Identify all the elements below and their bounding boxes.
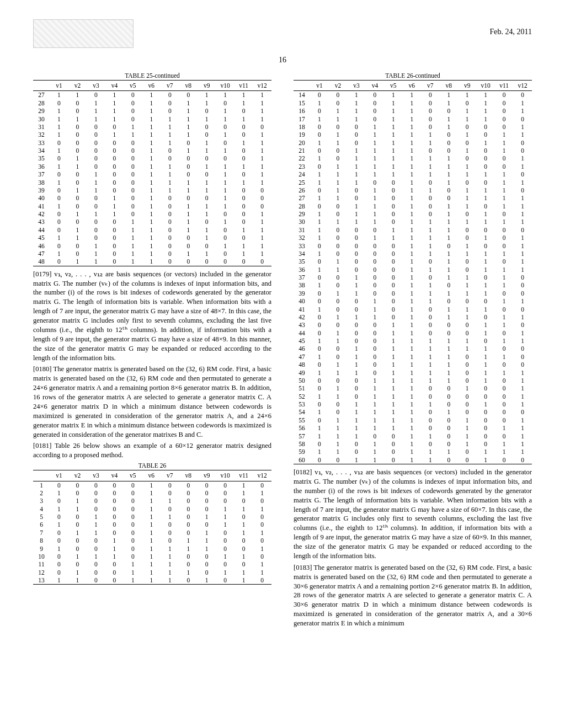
table-row: 29101101010101 — [294, 210, 532, 218]
col-header: v9 — [198, 470, 216, 481]
table26-caption-continued: TABLE 26-continued — [294, 72, 532, 79]
col-header: v4 — [105, 81, 124, 91]
col-header: v3 — [347, 81, 365, 91]
col-header — [33, 470, 50, 481]
table-row: 1000001000010 — [33, 481, 271, 489]
table-row: 36110001101111 — [33, 163, 271, 170]
table-row: 37001001011010 — [294, 274, 532, 281]
table-row: 3010001100000 — [33, 497, 271, 505]
para-0183: [0183] The generator matrix is generated… — [294, 563, 532, 628]
table-row: 42011101011001 — [33, 210, 271, 218]
table-row: 49111011110111 — [294, 369, 532, 377]
table-row: 45110011111011 — [294, 337, 532, 345]
col-header: v2 — [68, 81, 87, 91]
col-header: v8 — [179, 470, 198, 481]
col-header: v10 — [216, 81, 234, 91]
table-row: 55011111001001 — [294, 416, 532, 424]
table-row: 34100001011101 — [33, 147, 271, 154]
col-header: v6 — [142, 470, 161, 481]
table-row: 5001001101100 — [33, 513, 271, 521]
col-header: v5 — [384, 81, 402, 91]
col-header: v11 — [495, 81, 513, 91]
table-row: 38101001101110 — [294, 281, 532, 289]
table-row: 22101111110001 — [294, 154, 532, 162]
right-column: TABLE 26-continued v1v2v3v4v5v6v7v8v9v10… — [294, 70, 532, 630]
table-row: 47101011011011 — [33, 250, 271, 258]
col-header: v4 — [105, 470, 124, 481]
table-row: 29101101010101 — [33, 107, 271, 115]
table-row: 34100001111111 — [294, 250, 532, 258]
table-row: 43000011010101 — [33, 218, 271, 226]
col-header: v1 — [50, 81, 68, 91]
table-row: 46001011000111 — [33, 242, 271, 250]
para-number: [0183] — [294, 564, 312, 571]
table-row: 54101111010000 — [294, 408, 532, 416]
col-header: v5 — [124, 81, 142, 91]
col-header: v12 — [253, 81, 271, 91]
col-header: v3 — [87, 470, 105, 481]
table-row: 40000101100011 — [294, 297, 532, 305]
table-row: 14001011011100 — [294, 91, 532, 99]
table26-part1: v1v2v3v4v5v6v7v8v9v10v11v121000001000010… — [33, 470, 271, 585]
table-row: 51010111001001 — [294, 384, 532, 392]
table-row: 44010011000101 — [294, 329, 532, 337]
col-header: v8 — [440, 81, 458, 91]
table26-part2: v1v2v3v4v5v6v7v8v9v10v11v121400101101110… — [294, 80, 532, 464]
table-row: 33000001101001 — [294, 242, 532, 250]
table-row: 31100011110000 — [33, 123, 271, 131]
para-number: [0181] — [33, 442, 51, 449]
table-row: 47101011110110 — [294, 353, 532, 361]
table-row: 41100101011100 — [33, 202, 271, 210]
col-header: v7 — [161, 470, 179, 481]
table-row: 23011111111001 — [294, 163, 532, 170]
patent-drawing-thumbnail — [33, 19, 134, 48]
col-header: v2 — [329, 81, 347, 91]
table-row: 59110101110111 — [294, 448, 532, 456]
col-header: v1 — [310, 81, 328, 91]
table-row: 27110101001111 — [33, 91, 271, 99]
table-row: 10011101100110 — [33, 553, 271, 560]
col-header: v7 — [421, 81, 439, 91]
table-row: 20110111100110 — [294, 139, 532, 147]
col-header: v6 — [142, 81, 161, 91]
para-text: v₁, v₂, . . . , v₁₂ are basis sequences … — [33, 270, 271, 362]
table-row: 15101011010101 — [294, 99, 532, 107]
col-header: v6 — [403, 81, 421, 91]
publication-date: Feb. 24, 2011 — [490, 28, 532, 36]
table26-caption: TABLE 26 — [33, 462, 271, 469]
table-row: 33000001101011 — [33, 139, 271, 147]
table-row: 50000111110101 — [294, 377, 532, 384]
table-row: 37001001100101 — [33, 170, 271, 178]
table-row: 25111001010011 — [294, 179, 532, 186]
table-row: 44010011011011 — [33, 226, 271, 234]
table-row: 41100101011100 — [294, 306, 532, 313]
table-row: 58010101001011 — [294, 440, 532, 448]
table-row: 32100111110101 — [294, 234, 532, 242]
table-row: 31100011110000 — [294, 226, 532, 234]
table-row: 40000101000100 — [33, 194, 271, 202]
para-text: Table 26 below shows an example of a 60×… — [33, 442, 271, 459]
table-row: 56111111001011 — [294, 424, 532, 432]
table-row: 19010111101011 — [294, 131, 532, 138]
table-row: 36110001110111 — [294, 266, 532, 274]
table-row: 30111101111111 — [33, 115, 271, 123]
col-header: v9 — [198, 81, 216, 91]
col-header: v2 — [68, 470, 87, 481]
table-row: 35010001000001 — [33, 154, 271, 162]
col-header: v10 — [216, 470, 234, 481]
table-row: 27110101001111 — [294, 194, 532, 202]
table-row: 26010101101110 — [294, 186, 532, 194]
table-row: 2100001000011 — [33, 489, 271, 497]
col-header: v12 — [253, 470, 271, 481]
col-header: v11 — [234, 81, 253, 91]
para-0182: [0182] v₁, v₂, . . . , v₁₂ are basis seq… — [294, 468, 532, 561]
col-header: v11 — [234, 470, 253, 481]
table-row: 46001011111100 — [294, 345, 532, 352]
table-row: 8000101011000 — [33, 537, 271, 544]
col-header: v8 — [179, 81, 198, 91]
para-number: [0182] — [294, 468, 312, 476]
table-row: 39011001111100 — [33, 186, 271, 194]
table-row: 21001111001010 — [294, 147, 532, 154]
table-row: 17111011011100 — [294, 115, 532, 123]
table-row: 16011011001101 — [294, 107, 532, 115]
